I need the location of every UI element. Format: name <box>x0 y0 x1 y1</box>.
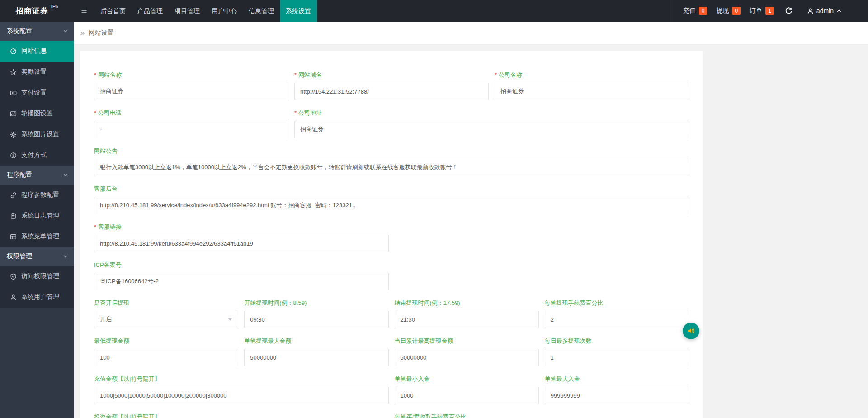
field-label: 网站公告 <box>94 147 118 154</box>
site-domain-input[interactable] <box>294 83 489 100</box>
nav-item-info[interactable]: 信息管理 <box>243 0 280 22</box>
refresh-button[interactable] <box>778 7 799 15</box>
top-nav: 后台首页 产品管理 项目管理 用户中心 信息管理 系统设置 <box>94 0 317 22</box>
field-label: 充值金额【以|符号隔开】 <box>94 375 160 382</box>
sidebar-item-label: 系统菜单管理 <box>21 233 59 241</box>
company-phone-input[interactable] <box>94 121 288 138</box>
max-deposit-input[interactable] <box>545 387 689 404</box>
withdraw-start-time-input[interactable] <box>244 311 388 328</box>
withdraw-fee-percent-input[interactable] <box>545 311 689 328</box>
speaker-icon <box>686 326 696 336</box>
collapse-menu-button[interactable] <box>74 0 94 22</box>
withdraw-notice-button[interactable]: 提现 0 <box>712 7 745 15</box>
max-daily-withdraw-input[interactable] <box>395 349 539 366</box>
person-icon <box>807 8 814 14</box>
field-label: 客服后台 <box>94 185 118 192</box>
required-marker: * <box>495 71 497 78</box>
min-deposit-input[interactable] <box>395 387 539 404</box>
sidebar-item-reward-settings[interactable]: 奖励设置 <box>0 62 74 82</box>
selected-option: 开启 <box>100 315 112 323</box>
sidebar-item-system-logs[interactable]: 系统日志管理 <box>0 205 74 226</box>
field-service-backend: 客服后台 <box>94 185 689 214</box>
select-caret-icon <box>228 318 232 321</box>
max-daily-withdraw-times-input[interactable] <box>545 349 689 366</box>
field-label: 公司地址 <box>298 109 322 116</box>
field-site-name: *网站名称 <box>94 71 288 100</box>
order-label: 订单 <box>750 7 762 15</box>
field-label: 每日最多提现次数 <box>545 337 592 344</box>
image-icon <box>10 110 17 117</box>
field-label: 每笔买/卖收取手续费百分比 <box>395 413 467 418</box>
service-backend-input[interactable] <box>94 197 689 214</box>
required-marker: * <box>294 71 297 78</box>
sidebar-item-label: 系统日志管理 <box>21 212 59 220</box>
section-title-label: 权限管理 <box>7 252 32 261</box>
company-address-input[interactable] <box>294 121 689 138</box>
withdraw-end-time-input[interactable] <box>395 311 539 328</box>
field-max-deposit: 单笔最大入金 <box>545 375 689 404</box>
sidebar-item-system-users[interactable]: 系统用户管理 <box>0 287 74 308</box>
sidebar-item-site-info[interactable]: 网站信息 <box>0 41 74 62</box>
required-marker: * <box>94 71 96 78</box>
nav-item-products[interactable]: 产品管理 <box>132 0 169 22</box>
section-title-label: 程序配置 <box>7 171 32 179</box>
field-min-deposit: 单笔最小入金 <box>395 375 539 404</box>
site-name-input[interactable] <box>94 83 288 100</box>
sidebar-section-permissions[interactable]: 权限管理 <box>0 247 74 266</box>
chevron-down-icon <box>63 172 68 178</box>
user-icon <box>10 294 17 301</box>
header-divider <box>672 0 672 22</box>
sidebar-item-system-images[interactable]: 系统图片设置 <box>0 124 74 145</box>
field-company-address: *公司地址 <box>294 109 689 138</box>
field-withdraw-start-time: 开始提现时间(例：8:59) <box>244 299 388 328</box>
sidebar-item-access-permissions[interactable]: 访问权限管理 <box>0 266 74 287</box>
field-withdraw-fee-percent: 每笔提现手续费百分比 <box>545 299 689 328</box>
nav-item-dashboard[interactable]: 后台首页 <box>94 0 132 22</box>
field-max-daily-withdraw: 当日累计最高提现金额 <box>395 337 539 366</box>
section-title-label: 系统配置 <box>7 27 32 35</box>
service-link-input[interactable] <box>94 235 389 252</box>
user-menu[interactable]: admin <box>799 7 842 14</box>
sidebar-item-label: 支付设置 <box>21 89 47 97</box>
field-trade-fee-percent: 每笔买/卖收取手续费百分比 <box>395 413 539 418</box>
order-notice-button[interactable]: 订单 1 <box>745 7 778 15</box>
recharge-amounts-input[interactable] <box>94 387 389 404</box>
refresh-icon <box>785 7 793 15</box>
sidebar-section-system-config[interactable]: 系统配置 <box>0 22 74 41</box>
recharge-label: 充值 <box>683 7 696 15</box>
star-icon <box>10 69 17 76</box>
sidebar-item-system-menus[interactable]: 系统菜单管理 <box>0 226 74 247</box>
field-label: 最低提现金额 <box>94 337 129 344</box>
sidebar-item-label: 系统图片设置 <box>21 130 59 138</box>
svg-text:$: $ <box>12 153 14 157</box>
required-marker: * <box>294 109 297 116</box>
site-notice-input[interactable] <box>94 159 689 176</box>
top-header: 招商证券 TP6 后台首页 产品管理 项目管理 用户中心 信息管理 系统设置 充… <box>0 0 868 22</box>
field-label: 单笔提现最大金额 <box>244 337 291 344</box>
sidebar-item-program-params[interactable]: 程序参数配置 <box>0 185 74 205</box>
brand-suffix: TP6 <box>50 4 58 9</box>
withdraw-enabled-select[interactable]: 开启 <box>94 311 238 328</box>
field-max-daily-withdraw-times: 每日最多提现次数 <box>545 337 689 366</box>
icp-number-input[interactable] <box>94 273 389 290</box>
sound-toggle-button[interactable] <box>683 323 699 339</box>
max-single-withdraw-input[interactable] <box>244 349 388 366</box>
nav-item-users[interactable]: 用户中心 <box>206 0 243 22</box>
sidebar-item-payment-settings[interactable]: 支付设置 <box>0 82 74 103</box>
sidebar-section-program-config[interactable]: 程序配置 <box>0 166 74 185</box>
recharge-notice-button[interactable]: 充值 0 <box>679 7 712 15</box>
sidebar-item-payment-methods[interactable]: $ 支付方式 <box>0 145 74 166</box>
nav-item-system-settings[interactable]: 系统设置 <box>280 0 317 22</box>
field-label: ICP备案号 <box>94 261 122 268</box>
field-withdraw-enabled: 是否开启提现 开启 <box>94 299 238 328</box>
sidebar-group: 访问权限管理 系统用户管理 <box>0 266 74 308</box>
sidebar-item-carousel-settings[interactable]: 轮播图设置 <box>0 103 74 124</box>
link-icon <box>10 192 17 199</box>
field-company-phone: *公司电话 <box>94 109 288 138</box>
nav-item-projects[interactable]: 项目管理 <box>169 0 206 22</box>
field-label: 单笔最小入金 <box>395 375 430 382</box>
field-label: 单笔最大入金 <box>545 375 580 382</box>
chevron-down-icon <box>63 28 68 34</box>
company-name-input[interactable] <box>495 83 689 100</box>
min-withdraw-input[interactable] <box>94 349 238 366</box>
